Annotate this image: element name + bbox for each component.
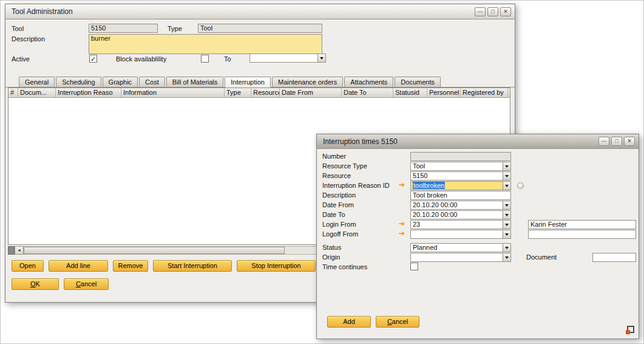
interruption-reason-dropdown[interactable]: toolbroken xyxy=(410,181,511,190)
tab-interruption[interactable]: Interruption xyxy=(225,77,271,88)
type-input[interactable]: Tool xyxy=(198,24,322,33)
chevron-down-icon[interactable] xyxy=(503,253,510,261)
tool-input[interactable]: 5150 xyxy=(89,24,158,33)
add-line-button[interactable]: Add line xyxy=(49,260,108,272)
table-column-header[interactable]: Registered by xyxy=(461,88,508,97)
resource-type-dropdown[interactable]: Tool xyxy=(410,162,511,171)
main-titlebar[interactable]: Tool Administration — □ ✕ xyxy=(5,4,515,19)
confirm-button-row: OK Cancel xyxy=(12,278,109,290)
document-label: Document xyxy=(526,253,557,261)
document-input[interactable] xyxy=(592,253,636,262)
tab-scheduling[interactable]: Scheduling xyxy=(56,77,101,87)
table-column-header[interactable]: Date From xyxy=(280,88,342,97)
link-arrow-icon[interactable]: ➔ xyxy=(399,219,405,229)
close-icon[interactable]: ✕ xyxy=(500,7,511,16)
table-column-header[interactable]: # xyxy=(8,88,18,97)
table-column-header[interactable]: Statusid xyxy=(393,88,427,97)
open-button[interactable]: Open xyxy=(12,260,44,272)
table-column-header[interactable]: Interruption Reaso xyxy=(56,88,121,97)
chevron-down-icon[interactable] xyxy=(503,182,510,190)
dialog-titlebar[interactable]: Interruption times 5150 — □ ✕ xyxy=(317,134,639,149)
row-resource: Resource 5150 xyxy=(317,171,639,181)
table-column-header[interactable]: Date To xyxy=(342,88,393,97)
minimize-icon[interactable]: — xyxy=(475,7,486,16)
chevron-down-icon[interactable] xyxy=(503,221,510,229)
logoff-from-dropdown[interactable] xyxy=(410,230,511,239)
close-icon[interactable]: ✕ xyxy=(624,137,635,146)
resize-grip-icon[interactable] xyxy=(626,326,634,334)
tab-cost[interactable]: Cost xyxy=(139,77,165,87)
scrollbar-thumb[interactable] xyxy=(24,247,285,254)
chevron-down-icon[interactable] xyxy=(503,211,510,219)
active-checkbox[interactable]: ✓ xyxy=(89,55,97,63)
number-input[interactable] xyxy=(410,152,511,161)
resource-type-value: Tool xyxy=(411,162,503,170)
resource-value: 5150 xyxy=(411,172,503,180)
table-column-header[interactable]: Information xyxy=(121,88,225,97)
main-window-controls: — □ ✕ xyxy=(475,7,511,16)
start-interruption-button[interactable]: Start Interruption xyxy=(153,260,232,272)
time-continues-label: Time continues xyxy=(322,263,367,270)
tab-attachments[interactable]: Attachments xyxy=(344,77,393,87)
row-number: Number xyxy=(317,152,639,161)
origin-dropdown[interactable] xyxy=(410,253,511,262)
chevron-down-icon[interactable] xyxy=(503,230,510,238)
row-time-continues: Time continues xyxy=(317,263,639,272)
date-from-dropdown[interactable]: 20.10.20 00:00 xyxy=(410,201,511,210)
table-column-header[interactable]: Personnel I xyxy=(427,88,461,97)
maximize-icon[interactable]: □ xyxy=(611,137,622,146)
chevron-down-icon[interactable] xyxy=(503,244,510,252)
chevron-down-icon[interactable] xyxy=(317,54,325,62)
chevron-down-icon[interactable] xyxy=(503,201,510,209)
chevron-down-icon[interactable] xyxy=(503,172,510,180)
login-from-name-field[interactable]: Karin Fester xyxy=(528,220,636,229)
tab-general[interactable]: General xyxy=(19,77,55,87)
tab-maintenance-orders[interactable]: Maintenance orders xyxy=(272,77,343,87)
scroll-left-icon[interactable]: ◄ xyxy=(15,246,24,255)
login-from-dropdown[interactable]: 23 xyxy=(410,220,511,229)
resource-type-label: Resource Type xyxy=(322,162,367,170)
dialog-description-input[interactable]: Tool broken xyxy=(410,191,511,200)
login-from-value: 23 xyxy=(411,221,503,229)
date-to-dropdown[interactable]: 20.10.20 00:00 xyxy=(410,210,511,219)
table-column-header[interactable]: Type xyxy=(225,88,251,97)
time-continues-checkbox[interactable] xyxy=(410,263,418,270)
dialog-button-row: Add Cancel xyxy=(327,316,419,328)
cancel-button[interactable]: Cancel xyxy=(64,278,109,290)
tab-documents[interactable]: Documents xyxy=(395,77,441,87)
type-label: Type xyxy=(168,25,182,32)
add-button[interactable]: Add xyxy=(327,316,371,328)
ok-button[interactable]: OK xyxy=(12,278,59,290)
remove-button[interactable]: Remove xyxy=(113,260,148,272)
table-column-header[interactable]: Resource xyxy=(251,88,280,97)
status-dropdown[interactable]: Planned xyxy=(410,243,511,252)
block-availability-checkbox[interactable] xyxy=(201,55,209,63)
dialog-title: Interruption times 5150 xyxy=(323,137,398,146)
tab-bill-of-materials[interactable]: Bill of Materials xyxy=(166,77,224,87)
description-value: burner xyxy=(91,35,110,43)
scrollbar-corner[interactable] xyxy=(8,246,15,255)
tab-graphic[interactable]: Graphic xyxy=(103,77,138,87)
resource-dropdown[interactable]: 5150 xyxy=(410,171,511,181)
link-arrow-icon[interactable]: ➔ xyxy=(399,229,405,238)
maximize-icon[interactable]: □ xyxy=(487,7,498,16)
to-dropdown[interactable] xyxy=(249,53,326,63)
table-column-header[interactable]: Docum... xyxy=(18,88,56,97)
origin-label: Origin xyxy=(322,253,340,261)
chevron-down-icon[interactable] xyxy=(503,162,510,170)
link-arrow-icon[interactable]: ➔ xyxy=(399,181,405,190)
logoff-from-name-field[interactable] xyxy=(528,230,636,239)
to-label: To xyxy=(224,55,231,63)
stop-interruption-button[interactable]: Stop Interruption xyxy=(237,260,316,272)
interruption-reason-value: toolbroken xyxy=(411,182,503,190)
row-interruption-reason: Interruption Reason ID ➔ toolbroken xyxy=(317,181,639,190)
dialog-cancel-button[interactable]: Cancel xyxy=(376,316,419,328)
tool-label: Tool xyxy=(12,25,24,32)
tool-value: 5150 xyxy=(91,24,106,32)
description-input[interactable]: burner xyxy=(89,34,322,54)
date-from-label: Date From xyxy=(322,201,354,208)
date-to-value: 20.10.20 00:00 xyxy=(411,211,503,219)
minimize-icon[interactable]: — xyxy=(598,137,609,146)
row-date-to: Date To 20.10.20 00:00 xyxy=(317,210,639,219)
row-logoff-from: Logoff From ➔ xyxy=(317,230,639,239)
